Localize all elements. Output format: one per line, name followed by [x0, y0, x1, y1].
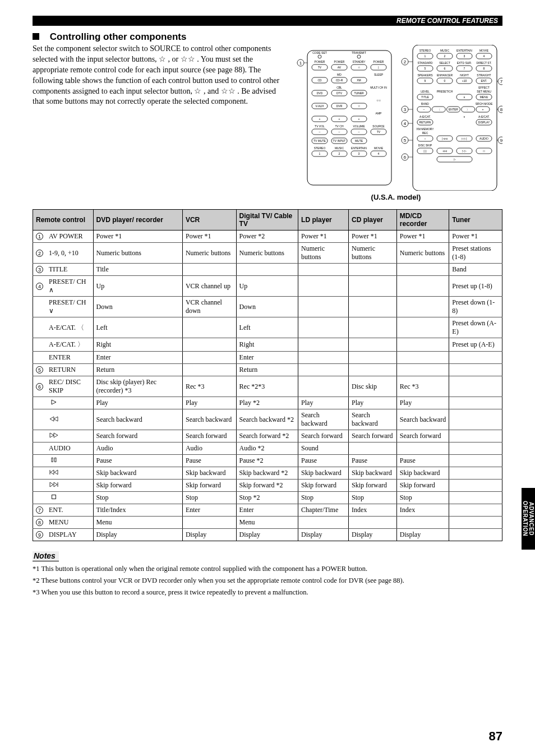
- row-callout-number: 5: [33, 364, 47, 376]
- svg-text:STRAIGHT: STRAIGHT: [477, 73, 491, 77]
- table-cell: Play: [396, 397, 449, 409]
- table-cell: Preset up (1-8): [449, 276, 502, 297]
- table-cell: Pause: [298, 455, 349, 467]
- svg-text:8: 8: [500, 107, 502, 112]
- row-callout-number: 2: [33, 243, 47, 264]
- svg-text:4: 4: [483, 54, 485, 58]
- table-cell: Pause: [182, 455, 236, 467]
- table-cell: Search forward: [348, 430, 396, 442]
- table-cell: Numeric buttons: [182, 243, 236, 264]
- table-cell: Sound: [298, 442, 349, 455]
- svg-text:6: 6: [404, 155, 407, 160]
- svg-text:CD: CD: [317, 79, 322, 82]
- table-cell: Stop: [182, 492, 236, 504]
- table-cell: Power *1: [182, 231, 236, 243]
- svg-text:TITLE: TITLE: [421, 95, 429, 99]
- svg-text:XM MEMORY: XM MEMORY: [416, 127, 434, 131]
- notes-heading: Notes: [33, 551, 59, 561]
- svg-marker-199: [50, 470, 54, 474]
- row-callout-number: 9: [33, 529, 47, 541]
- table-cell: [449, 409, 502, 430]
- svg-text:–: –: [423, 108, 425, 111]
- svg-marker-193: [54, 417, 58, 421]
- row-button-name: MENU: [46, 517, 93, 529]
- note-line: *2 These buttons control your VCR or DVD…: [33, 577, 502, 585]
- svg-text:DISPLAY: DISPLAY: [478, 121, 490, 124]
- svg-text:MUSIC: MUSIC: [440, 49, 450, 52]
- row-callout-number: [33, 442, 47, 455]
- svg-text:CODE SET: CODE SET: [312, 51, 327, 54]
- svg-text:3: 3: [464, 54, 465, 58]
- function-table: Remote controlDVD player/ recorderVCRDig…: [33, 209, 502, 541]
- table-cell: Enter: [236, 352, 298, 364]
- svg-text:TV CH: TV CH: [335, 125, 344, 128]
- svg-text:〈: 〈: [437, 108, 440, 111]
- table-row: PRESET/ CH ∨DownVCR channel downDownPres…: [33, 297, 502, 317]
- row-button-name: REC/ DISC SKIP: [46, 376, 93, 397]
- table-cell: Power *1: [298, 231, 349, 243]
- table-row: Search backwardSearch backwardSearch bac…: [33, 409, 502, 430]
- table-cell: [348, 276, 396, 297]
- svg-text:AUDIO: AUDIO: [479, 137, 488, 140]
- table-cell: Play *2: [236, 397, 298, 409]
- th-col: CD player: [348, 210, 396, 231]
- stop-icon: [49, 494, 59, 501]
- svg-text:▷: ▷: [454, 158, 456, 161]
- row-button-name: A-E/CAT. 〈: [46, 317, 93, 338]
- row-button-name: AV POWER: [46, 231, 93, 243]
- table-cell: Audio *2: [236, 442, 298, 455]
- header-title: REMOTE CONTROL FEATURES: [33, 16, 502, 26]
- table-cell: Down: [236, 297, 298, 317]
- svg-text:ENT.: ENT.: [481, 79, 487, 82]
- svg-text:DIRECT ST.: DIRECT ST.: [476, 61, 491, 64]
- table-row: 5RETURNReturnReturn: [33, 364, 502, 376]
- table-cell: Stop: [93, 492, 182, 504]
- svg-text:STEREO: STEREO: [314, 146, 326, 150]
- table-cell: Disc skip (player) Rec (recorder) *3: [93, 376, 182, 397]
- svg-text:SLEEP: SLEEP: [374, 73, 384, 76]
- table-cell: Right: [236, 338, 298, 352]
- notes-section: Notes *1 This button is operational only…: [33, 541, 502, 597]
- svg-text:TV INPUT: TV INPUT: [333, 139, 346, 142]
- svg-text:–: –: [358, 130, 360, 133]
- row-callout-number: [33, 317, 47, 338]
- row-callout-number: [33, 338, 47, 352]
- table-cell: [298, 297, 349, 317]
- table-cell: [298, 517, 349, 529]
- svg-text:MENU: MENU: [480, 95, 488, 99]
- table-cell: [449, 455, 502, 467]
- svg-text:–: –: [339, 130, 340, 133]
- model-caption: (U.S.A. model): [289, 193, 502, 201]
- table-cell: Rec *3: [182, 376, 236, 397]
- table-cell: Skip backward: [298, 467, 349, 480]
- table-cell: Stop: [298, 492, 349, 504]
- table-cell: Search backward: [182, 409, 236, 430]
- header-bar: REMOTE CONTROL FEATURES: [33, 16, 502, 26]
- svg-text:POWER: POWER: [373, 60, 384, 63]
- svg-rect-204: [52, 495, 56, 499]
- svg-text:|⊲⊲: |⊲⊲: [442, 137, 447, 140]
- table-cell: Skip forward: [396, 480, 449, 492]
- table-cell: [298, 338, 349, 352]
- svg-text:∨: ∨: [463, 115, 465, 118]
- table-cell: Pause: [93, 455, 182, 467]
- svg-text:▷▷: ▷▷: [462, 149, 467, 153]
- svg-text:–: –: [319, 130, 321, 133]
- table-cell: Left: [236, 317, 298, 338]
- table-cell: [396, 517, 449, 529]
- table-cell: Preset up (A-E): [449, 338, 502, 352]
- table-cell: Up: [236, 276, 298, 297]
- svg-text:1: 1: [319, 152, 321, 155]
- table-cell: Menu: [236, 517, 298, 529]
- table-cell: Up: [93, 276, 182, 297]
- table-cell: Skip backward: [93, 467, 182, 480]
- svg-text:2: 2: [404, 59, 407, 64]
- table-cell: Play: [348, 397, 396, 409]
- table-cell: Stop: [396, 492, 449, 504]
- table-cell: [348, 364, 396, 376]
- svg-text:V-AUX: V-AUX: [315, 104, 324, 108]
- svg-text:□: □: [483, 149, 485, 153]
- table-cell: [348, 338, 396, 352]
- table-cell: [298, 317, 349, 338]
- svg-text:VOLUME: VOLUME: [353, 125, 365, 128]
